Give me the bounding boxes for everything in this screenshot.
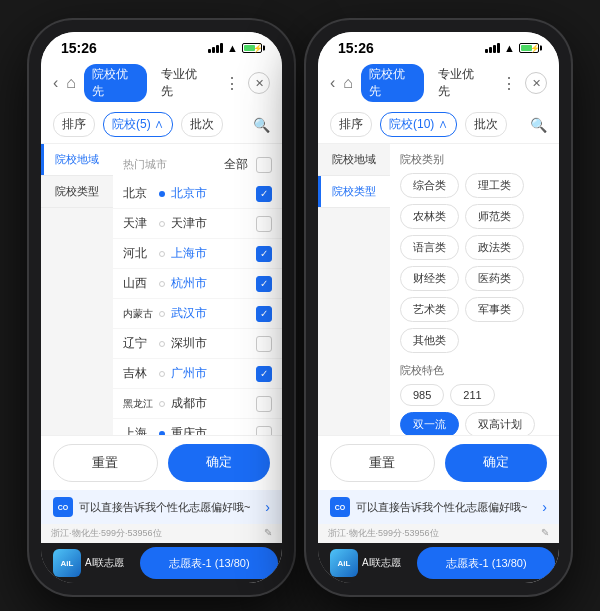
sort-btn-right[interactable]: 排序 — [330, 112, 372, 137]
tag-985[interactable]: 985 — [400, 384, 444, 406]
tag-medicine[interactable]: 医药类 — [465, 266, 524, 291]
city-chongqing[interactable]: 重庆市 — [171, 425, 256, 435]
left-panel-right: 院校地域 院校类型 — [318, 144, 390, 435]
city-row-liaoning: 辽宁 深圳市 — [113, 329, 282, 359]
edit-icon-right[interactable]: ✎ — [541, 527, 549, 540]
back-icon-left[interactable]: ‹ — [53, 74, 58, 92]
batch-btn-left[interactable]: 批次 — [181, 112, 223, 137]
city-row-neimenggu: 内蒙古 武汉市 ✓ — [113, 299, 282, 329]
region-hebei: 河北 — [123, 245, 159, 262]
city-row-beijing: 北京 北京市 ✓ — [113, 179, 282, 209]
confirm-btn-left[interactable]: 确定 — [168, 444, 271, 482]
dot-hebei — [159, 251, 165, 257]
bottom-status-right: 浙江·物化生·599分·53956位 ✎ — [318, 524, 559, 543]
checkbox-beijing[interactable]: ✓ — [256, 186, 272, 202]
ai-tab-left[interactable]: AiL AI联志愿 — [41, 543, 136, 583]
checkbox-wuhan[interactable]: ✓ — [256, 306, 272, 322]
tag-language[interactable]: 语言类 — [400, 235, 459, 260]
city-tianjin[interactable]: 天津市 — [171, 215, 256, 232]
school-filter-btn-left[interactable]: 院校(5) ∧ — [103, 112, 173, 137]
checkbox-shanghai[interactable]: ✓ — [256, 246, 272, 262]
tab-bar-right: AiL AI联志愿 志愿表-1 (13/80) — [318, 543, 559, 583]
reset-btn-left[interactable]: 重置 — [53, 444, 158, 482]
tag-art[interactable]: 艺术类 — [400, 297, 459, 322]
right-panel-left: 热门城市 全部 北京 北京市 ✓ 天津 — [113, 144, 282, 435]
edit-icon-left[interactable]: ✎ — [264, 527, 272, 540]
city-guangzhou[interactable]: 广州市 — [171, 365, 256, 382]
tag-other[interactable]: 其他类 — [400, 328, 459, 353]
close-icon-left[interactable]: ✕ — [248, 72, 270, 94]
tab-major-priority-left[interactable]: 专业优先 — [153, 64, 216, 102]
city-shenzhen[interactable]: 深圳市 — [171, 335, 256, 352]
close-icon-right[interactable]: ✕ — [525, 72, 547, 94]
content-area-right: 院校地域 院校类型 院校类别 综合类 理工类 农林类 — [318, 144, 559, 435]
checkbox-chengdu[interactable] — [256, 396, 272, 412]
city-shanghai[interactable]: 上海市 — [171, 245, 256, 262]
main-tab-right[interactable]: 志愿表-1 (13/80) — [417, 547, 555, 579]
more-icon-left[interactable]: ⋮ — [224, 74, 240, 93]
main-tab-left[interactable]: 志愿表-1 (13/80) — [140, 547, 278, 579]
more-icon-right[interactable]: ⋮ — [501, 74, 517, 93]
wifi-icon-left: ▲ — [227, 42, 238, 54]
tab-school-priority-left[interactable]: 院校优先 — [84, 64, 147, 102]
tag-finance[interactable]: 财经类 — [400, 266, 459, 291]
tab-school-priority-right[interactable]: 院校优先 — [361, 64, 424, 102]
city-beijing[interactable]: 北京市 — [171, 185, 256, 202]
reset-btn-right[interactable]: 重置 — [330, 444, 435, 482]
confirm-btn-right[interactable]: 确定 — [445, 444, 548, 482]
main-label-right: 志愿表-1 (13/80) — [446, 556, 527, 571]
school-filter-btn-right[interactable]: 院校(10) ∧ — [380, 112, 457, 137]
tag-211[interactable]: 211 — [450, 384, 494, 406]
region-filter-item-right[interactable]: 院校地域 — [318, 144, 390, 176]
dot-beijing — [159, 191, 165, 197]
school-type-filter-item[interactable]: 院校类型 — [41, 176, 113, 208]
all-checkbox[interactable] — [256, 157, 272, 173]
cat-title-feature: 院校特色 — [400, 363, 549, 378]
signal-icon-left — [208, 43, 223, 53]
cat-section-type: 院校类别 综合类 理工类 农林类 师范类 语言类 政法类 财经类 医药类 艺术类… — [400, 152, 549, 353]
tag-double-first[interactable]: 双一流 — [400, 412, 459, 435]
back-icon-right[interactable]: ‹ — [330, 74, 335, 92]
city-hangzhou[interactable]: 杭州市 — [171, 275, 256, 292]
sort-btn-left[interactable]: 排序 — [53, 112, 95, 137]
checkbox-tianjin[interactable] — [256, 216, 272, 232]
tab-bar-left: AiL AI联志愿 志愿表-1 (13/80) — [41, 543, 282, 583]
search-icon-left[interactable]: 🔍 — [253, 117, 270, 133]
tag-double-high[interactable]: 双高计划 — [465, 412, 535, 435]
cat-tags-type: 综合类 理工类 农林类 师范类 语言类 政法类 财经类 医药类 艺术类 军事类 … — [400, 173, 549, 353]
left-panel-left: 院校地域 院校类型 — [41, 144, 113, 435]
banner-arrow-left: › — [265, 499, 270, 515]
all-option[interactable]: 全部 — [224, 156, 248, 173]
home-icon-right[interactable]: ⌂ — [343, 74, 353, 92]
main-label-left: 志愿表-1 (13/80) — [169, 556, 250, 571]
checkbox-guangzhou[interactable]: ✓ — [256, 366, 272, 382]
ai-tab-right[interactable]: AiL AI联志愿 — [318, 543, 413, 583]
search-icon-right[interactable]: 🔍 — [530, 117, 547, 133]
tag-comprehensive[interactable]: 综合类 — [400, 173, 459, 198]
filter-bar-left: 排序 院校(5) ∧ 批次 🔍 — [41, 106, 282, 144]
city-row-jilin: 吉林 广州市 ✓ — [113, 359, 282, 389]
tag-agriculture[interactable]: 农林类 — [400, 204, 459, 229]
city-wuhan[interactable]: 武汉市 — [171, 305, 256, 322]
region-filter-item[interactable]: 院校地域 — [41, 144, 113, 176]
banner-right[interactable]: CO 可以直接告诉我个性化志愿偏好哦~ › — [318, 490, 559, 524]
checkbox-shenzhen[interactable] — [256, 336, 272, 352]
city-row-shanxi: 山西 杭州市 ✓ — [113, 269, 282, 299]
nav-tabs-left: 院校优先 专业优先 — [84, 64, 216, 102]
home-icon-left[interactable]: ⌂ — [66, 74, 76, 92]
city-chengdu[interactable]: 成都市 — [171, 395, 256, 412]
signal-icon-right — [485, 43, 500, 53]
tab-major-priority-right[interactable]: 专业优先 — [430, 64, 493, 102]
batch-btn-right[interactable]: 批次 — [465, 112, 507, 137]
dot-liaoning — [159, 341, 165, 347]
tag-engineering[interactable]: 理工类 — [465, 173, 524, 198]
tag-politics[interactable]: 政法类 — [465, 235, 524, 260]
dot-jilin — [159, 371, 165, 377]
checkbox-hangzhou[interactable]: ✓ — [256, 276, 272, 292]
checkbox-chongqing[interactable] — [256, 426, 272, 436]
tag-normal[interactable]: 师范类 — [465, 204, 524, 229]
banner-left[interactable]: CO 可以直接告诉我个性化志愿偏好哦~ › — [41, 490, 282, 524]
wifi-icon-right: ▲ — [504, 42, 515, 54]
school-type-filter-item-right[interactable]: 院校类型 — [318, 176, 390, 208]
tag-military[interactable]: 军事类 — [465, 297, 524, 322]
